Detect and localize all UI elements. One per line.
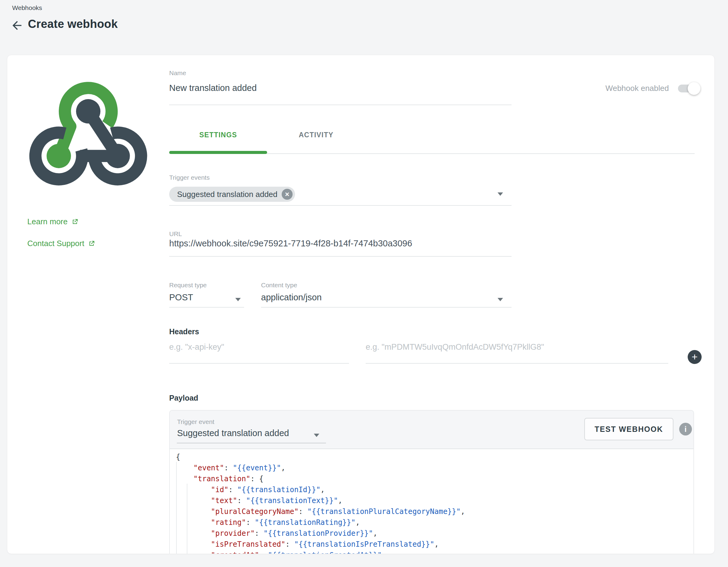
content-type-caret[interactable] bbox=[498, 298, 503, 301]
tab-activity[interactable]: ACTIVITY bbox=[267, 131, 365, 139]
header-key-underline bbox=[169, 363, 349, 364]
payload-panel: Trigger event Suggested translation adde… bbox=[169, 410, 694, 554]
webhook-logo bbox=[27, 79, 149, 189]
trigger-events-underline bbox=[169, 205, 512, 206]
content-type-label: Content type bbox=[261, 282, 297, 289]
tab-settings[interactable]: SETTINGS bbox=[169, 131, 267, 139]
open-in-new-icon bbox=[71, 218, 79, 226]
payload-trigger-event-label: Trigger event bbox=[177, 418, 214, 425]
name-label: Name bbox=[169, 69, 186, 77]
trigger-events-label: Trigger events bbox=[169, 174, 210, 181]
url-label: URL bbox=[169, 230, 182, 238]
contact-support-link[interactable]: Contact Support bbox=[27, 239, 95, 248]
headers-title: Headers bbox=[169, 327, 199, 336]
webhook-enabled-toggle[interactable] bbox=[678, 85, 697, 92]
back-arrow-button[interactable] bbox=[10, 19, 24, 32]
request-type-underline bbox=[169, 307, 244, 307]
header-key-input[interactable] bbox=[169, 342, 348, 352]
name-input[interactable] bbox=[169, 83, 509, 93]
webhook-card: Learn more Contact Support Name Webhook … bbox=[7, 55, 715, 554]
learn-more-label: Learn more bbox=[27, 217, 68, 227]
webhook-enabled-label: Webhook enabled bbox=[523, 84, 669, 93]
arrow-back-icon bbox=[10, 19, 24, 32]
breadcrumb[interactable]: Webhooks bbox=[12, 4, 42, 12]
toggle-knob bbox=[688, 82, 700, 95]
request-type-select[interactable]: POST bbox=[169, 292, 193, 302]
add-header-button[interactable]: + bbox=[688, 350, 702, 364]
active-tab-indicator bbox=[169, 151, 267, 154]
name-underline bbox=[169, 105, 512, 105]
chip-label: Suggested translation added bbox=[177, 190, 277, 199]
header-value-input[interactable] bbox=[366, 342, 667, 352]
payload-title: Payload bbox=[169, 394, 198, 402]
chip-remove-button[interactable]: ✕ bbox=[282, 189, 293, 200]
payload-trigger-event-underline bbox=[177, 443, 326, 443]
info-icon[interactable]: i bbox=[679, 423, 692, 435]
request-type-label: Request type bbox=[169, 282, 207, 289]
header-value-underline bbox=[366, 363, 668, 364]
open-in-new-icon bbox=[88, 240, 95, 247]
learn-more-link[interactable]: Learn more bbox=[27, 217, 79, 227]
payload-trigger-event-caret[interactable] bbox=[314, 434, 319, 437]
contact-support-label: Contact Support bbox=[27, 239, 84, 248]
page-title: Create webhook bbox=[28, 18, 118, 31]
payload-code-editor[interactable]: { "event": "{{event}}", "translation": {… bbox=[170, 448, 693, 554]
request-type-caret[interactable] bbox=[235, 298, 241, 301]
trigger-events-dropdown-caret[interactable] bbox=[498, 193, 503, 196]
test-webhook-button[interactable]: TEST WEBHOOK bbox=[584, 418, 673, 440]
content-type-select[interactable]: application/json bbox=[261, 292, 322, 302]
url-underline bbox=[169, 256, 512, 257]
content-type-underline bbox=[261, 307, 512, 307]
payload-trigger-event-select[interactable]: Suggested translation added bbox=[177, 428, 289, 438]
code-block: { "event": "{{event}}", "translation": {… bbox=[176, 451, 693, 554]
trigger-event-chip[interactable]: Suggested translation added ✕ bbox=[169, 187, 295, 202]
url-input[interactable] bbox=[169, 239, 509, 249]
